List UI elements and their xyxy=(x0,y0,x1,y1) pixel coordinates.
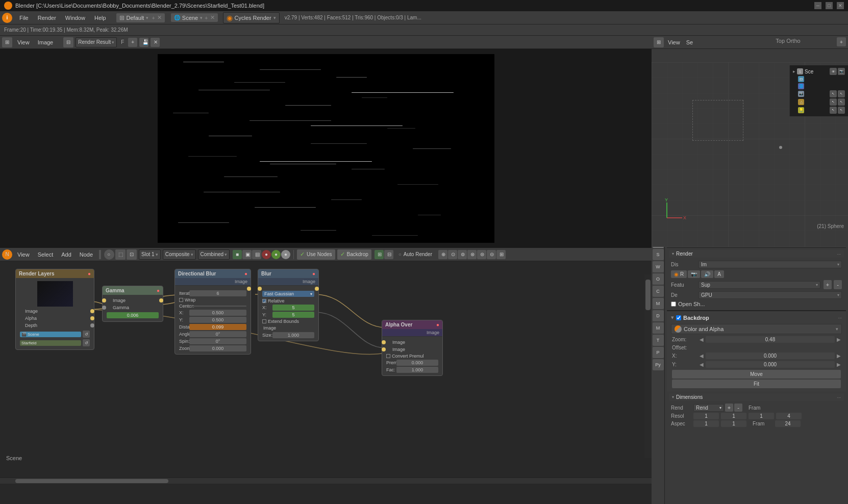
channels-icon-1[interactable]: ■ xyxy=(233,250,242,259)
move-button[interactable]: Move xyxy=(672,370,841,379)
rend-dropdown[interactable]: Rend ▾ xyxy=(693,404,724,412)
props-tab-physics[interactable]: Py xyxy=(653,359,664,370)
scene-add-icon[interactable]: + xyxy=(205,15,208,21)
menu-render[interactable]: Render xyxy=(34,12,60,23)
render-add-btn[interactable]: + xyxy=(128,38,137,47)
props-tab-modifier[interactable]: M xyxy=(653,298,664,309)
extra-icon-7[interactable]: ⊞ xyxy=(496,250,506,259)
layer-reload[interactable]: ↺ xyxy=(83,339,90,346)
workspace-selector[interactable]: ⊞ Default ▾ + ✕ xyxy=(116,13,165,22)
offset-x-value[interactable]: 0.000 xyxy=(706,352,835,359)
cam-cursor2-icon[interactable]: ↖ xyxy=(838,90,845,97)
scene-selector[interactable]: 🌐 Scene ▾ + ✕ xyxy=(171,13,218,22)
aspec-val-2[interactable]: 1 xyxy=(721,420,746,427)
node-vscrollbar-thumb[interactable] xyxy=(645,280,651,310)
channels-icon-2[interactable]: ▣ xyxy=(242,250,252,259)
tri-cursor2-icon[interactable]: ↖ xyxy=(838,98,845,106)
blur-type-dropdown[interactable]: Fast Gaussian ▾ xyxy=(262,291,314,297)
props-tab-data[interactable]: D xyxy=(653,310,664,321)
rend-sub-btn[interactable]: - xyxy=(734,404,742,412)
render-featu-dropdown[interactable]: Sup ▾ xyxy=(699,281,820,289)
menu-help[interactable]: Help xyxy=(90,12,110,23)
extra-icon-2[interactable]: ⊙ xyxy=(448,250,457,259)
extra-icon-1[interactable]: ⊕ xyxy=(438,250,447,259)
alpha-over-node[interactable]: Alpha Over ● Image Image Image xyxy=(382,320,443,376)
offset-y-value[interactable]: 0.000 xyxy=(706,361,835,368)
layer-select[interactable]: Starfield xyxy=(20,340,81,346)
wrap-checkbox[interactable]: Wrap xyxy=(177,297,248,303)
scene-close-icon[interactable]: ✕ xyxy=(210,14,215,21)
menu-file[interactable]: File xyxy=(15,12,33,23)
gamma-node[interactable]: Gamma ● Image Gamma xyxy=(102,286,163,322)
node-add-btn[interactable]: Add xyxy=(58,249,74,260)
blur-close[interactable]: ● xyxy=(312,271,315,276)
render-close-btn[interactable]: ✕ xyxy=(151,38,160,47)
node-node-btn[interactable]: Node xyxy=(77,249,96,260)
composite-dropdown[interactable]: Composite ▾ xyxy=(163,249,196,260)
directional-blur-close[interactable]: ● xyxy=(244,271,247,276)
offset-x-left-arrow[interactable]: ◀ xyxy=(700,353,704,359)
node-select-btn[interactable]: Select xyxy=(35,249,57,260)
node-editor-icon[interactable]: N xyxy=(2,249,12,260)
featu-up-btn[interactable]: + xyxy=(824,280,832,289)
resol-val-1[interactable]: 1 xyxy=(693,413,719,419)
props-tab-texture[interactable]: T xyxy=(653,335,664,346)
backdrop-icon-1[interactable]: ⊞ xyxy=(375,250,384,259)
props-tab-material[interactable]: M xyxy=(653,322,664,334)
rend-add-btn[interactable]: + xyxy=(725,404,733,412)
render-btn-3[interactable]: ● xyxy=(281,250,290,259)
props-tab-scene[interactable]: S xyxy=(653,249,664,260)
auto-render-toggle[interactable]: ○ Auto Render xyxy=(395,249,435,260)
close-button[interactable]: ✕ xyxy=(837,2,844,9)
scene-render-icon[interactable]: 📷 xyxy=(838,68,845,75)
props-tab-particles[interactable]: P xyxy=(653,347,664,358)
render-slot-icon[interactable]: ⊟ xyxy=(63,37,73,47)
slot-dropdown[interactable]: Slot 1 ▾ xyxy=(139,249,161,260)
render-btn-spk[interactable]: 🔊 xyxy=(701,270,713,278)
maximize-button[interactable]: □ xyxy=(826,2,833,9)
fit-button[interactable]: Fit xyxy=(672,380,841,388)
resol-val-2[interactable]: 1 xyxy=(721,413,746,419)
scene-visibility-icon[interactable]: 👁 xyxy=(830,68,837,75)
render-layers-node[interactable]: Render Layers ● Image Alpha xyxy=(15,269,94,350)
gamma-value-field[interactable]: 0.006 xyxy=(107,312,159,318)
blur-node[interactable]: Blur ● Image Fast Gaussian ▾ xyxy=(258,269,319,341)
zoom-value[interactable]: 0.48 xyxy=(706,336,835,343)
spin-val[interactable]: 0° xyxy=(189,338,246,344)
alpha-over-close[interactable]: ● xyxy=(436,322,439,327)
backdrop-icon-2[interactable]: ⊟ xyxy=(384,250,393,259)
angle-val[interactable]: 0° xyxy=(189,331,246,337)
offset-y-right-arrow[interactable]: ▶ xyxy=(837,362,841,367)
cam-cursor-icon[interactable]: ↖ xyxy=(830,90,837,97)
blur-size-val[interactable]: 1.000 xyxy=(272,332,314,338)
render-btn-2[interactable]: ● xyxy=(271,250,281,259)
channels-icon-3[interactable]: ▤ xyxy=(252,250,261,259)
render-btn-a[interactable]: A xyxy=(714,270,724,278)
featu-down-btn[interactable]: - xyxy=(834,280,842,289)
node-vscrollbar[interactable] xyxy=(644,274,652,458)
render-view-header-icon[interactable]: ⊞ xyxy=(2,37,12,47)
render-view-label[interactable]: View xyxy=(14,37,33,48)
render-btn[interactable]: ● xyxy=(262,250,271,259)
props-tab-constraints[interactable]: C xyxy=(653,286,664,297)
zoom-left-arrow[interactable]: ◀ xyxy=(700,337,704,342)
offset-x-right-arrow[interactable]: ▶ xyxy=(837,353,841,359)
node-hscrollbar-thumb[interactable] xyxy=(15,479,168,483)
dir-y-val[interactable]: 0.500 xyxy=(189,317,246,323)
directional-blur-node[interactable]: Directional Blur ● Image Iterations: 6 xyxy=(174,269,251,355)
render-btn-or[interactable]: ◉R xyxy=(671,270,687,278)
blur-y-val[interactable]: 5 xyxy=(272,312,314,318)
light-cursor-icon[interactable]: ↖ xyxy=(830,107,837,114)
dir-x-val[interactable]: 0.500 xyxy=(189,310,246,316)
resol-val-3[interactable]: 1 xyxy=(749,413,774,419)
combined-dropdown[interactable]: Combined ▾ xyxy=(198,249,230,260)
iterations-val[interactable]: 6 xyxy=(189,290,246,296)
extra-icon-4[interactable]: ⊛ xyxy=(467,250,477,259)
render-de-dropdown[interactable]: GPU ▾ xyxy=(699,291,842,299)
scene-select[interactable]: 🎬 Scene xyxy=(20,332,81,337)
offset-y-left-arrow[interactable]: ◀ xyxy=(700,362,704,367)
render-save-btn[interactable]: 💾 xyxy=(139,38,148,47)
blur-extend-checkbox[interactable]: Extend Bounds xyxy=(260,318,316,324)
backdrop-chevron[interactable]: ▾ xyxy=(671,314,674,321)
render-section-header[interactable]: Render ··· xyxy=(669,250,844,258)
